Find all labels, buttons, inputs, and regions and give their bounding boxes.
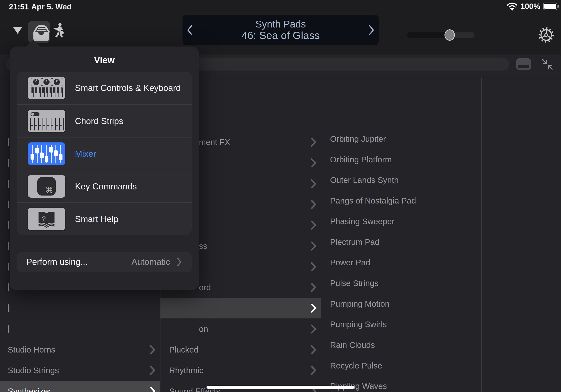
slider-thumb[interactable] — [444, 29, 455, 41]
category-label-fragment: ss — [199, 241, 207, 251]
next-patch-chevron[interactable] — [368, 24, 375, 36]
instrument-list-item[interactable]: Synthesizer — [0, 381, 160, 392]
sound-label: Orbiting Jupiter — [330, 134, 386, 144]
smart-controls-keyboard-icon — [28, 76, 65, 99]
category-label: Rhythmic — [169, 366, 204, 375]
sound-list-item[interactable]: Outer Lands Synth — [321, 170, 481, 190]
chevron-right-icon — [311, 345, 316, 354]
category-list-item[interactable] — [161, 298, 321, 318]
popover-title: View — [10, 55, 199, 65]
patch-name: 46: Sea of Glass — [241, 30, 320, 41]
view-menu-item-label: Chord Strips — [75, 116, 123, 126]
instrument-label: Synthesizer — [8, 387, 51, 392]
sound-label: Recycle Pulse — [330, 361, 382, 370]
sound-list-item[interactable]: Orbiting Platform — [321, 149, 481, 170]
chevron-right-icon — [311, 200, 316, 209]
chevron-right-icon — [311, 262, 316, 271]
chevron-right-icon — [311, 179, 316, 188]
sound-label: Pumping Motion — [330, 299, 389, 309]
file-tray-icon — [28, 22, 50, 42]
keyboard-dock-button[interactable] — [516, 58, 531, 70]
popover-arrow — [26, 40, 41, 47]
chevron-right-icon — [311, 242, 316, 250]
collapse-browser-button[interactable] — [540, 57, 554, 71]
chevron-right-icon — [150, 345, 155, 354]
sound-list-item[interactable]: Recycle Pulse — [321, 355, 481, 376]
view-menu-item-smart-help[interactable]: ? Smart Help — [17, 202, 192, 235]
view-menu-button[interactable] — [13, 27, 22, 34]
sound-list-item[interactable]: Phasing Sweeper — [321, 211, 481, 232]
view-menu-item-label: Smart Help — [75, 214, 119, 224]
sound-list-item[interactable]: Pangs of Nostalgia Pad — [321, 190, 481, 211]
battery-percent: 100% — [521, 2, 540, 11]
view-menu-item-smart-controls-keyboard[interactable]: Smart Controls & Keyboard — [17, 72, 192, 104]
gear-icon — [538, 27, 554, 43]
occluded-list-item-fragment — [8, 283, 9, 291]
volume-slider[interactable] — [407, 32, 475, 38]
sound-list-item[interactable]: Plectrum Pad — [321, 232, 481, 252]
chevron-right-icon — [150, 366, 155, 375]
occluded-list-item-fragment — [8, 138, 9, 146]
category-label-fragment: ord — [199, 283, 211, 292]
patch-navigator: Synth Pads 46: Sea of Glass — [183, 15, 379, 45]
sound-label: Plectrum Pad — [330, 237, 379, 247]
category-label-fragment: on — [199, 324, 208, 334]
view-menu-item-label: Smart Controls & Keyboard — [75, 83, 181, 93]
chevron-right-icon — [311, 325, 316, 334]
chevron-right-icon — [311, 221, 316, 230]
guitarist-view-button[interactable] — [52, 22, 66, 38]
date: Apr 5. Wed — [31, 2, 72, 11]
perform-using-row[interactable]: Perform using... Automatic — [17, 252, 192, 272]
instrument-list-item[interactable]: Studio Strings — [0, 360, 160, 381]
category-list-item[interactable]: on — [161, 319, 321, 339]
view-menu-item-label: Key Commands — [75, 182, 137, 192]
category-list-item[interactable]: Plucked — [161, 339, 321, 360]
occluded-list-item-fragment — [8, 159, 9, 167]
garageband-screen: 21:51 Apr 5. Wed 100% — [0, 0, 561, 392]
sound-list-item[interactable]: Pumping Motion — [321, 294, 481, 314]
chevron-right-icon — [311, 283, 316, 292]
instrument-label: Studio Horns — [8, 345, 55, 354]
key-commands-icon: ⌘ — [28, 175, 65, 198]
sound-list-item[interactable]: Pulse Strings — [321, 273, 481, 294]
sound-label: Rain Clouds — [330, 340, 375, 350]
view-menu-item-mixer[interactable]: Mixer — [17, 137, 192, 170]
occluded-list-item-fragment — [8, 242, 9, 250]
sound-list-item[interactable]: Rain Clouds — [321, 335, 481, 355]
occluded-list-item-fragment — [8, 304, 9, 312]
sound-list-item[interactable]: Pumping Swirls — [321, 314, 481, 335]
patch-title[interactable]: Synth Pads 46: Sea of Glass — [241, 19, 320, 41]
status-bar: 21:51 Apr 5. Wed 100% — [0, 0, 561, 13]
chord-strips-icon — [28, 110, 65, 132]
collapse-icon — [540, 57, 554, 71]
sound-label: Pumping Swirls — [330, 320, 387, 329]
svg-text:?: ? — [42, 215, 46, 223]
chevron-right-icon — [311, 158, 316, 167]
chevron-right-icon — [311, 138, 316, 147]
sound-label: Orbiting Platform — [330, 155, 392, 164]
view-menu-item-key-commands[interactable]: ⌘ Key Commands — [17, 170, 192, 203]
category-list-item[interactable]: Rhythmic — [161, 360, 321, 381]
chevron-right-icon — [311, 366, 316, 375]
settings-button[interactable] — [538, 27, 554, 43]
sound-list-item[interactable]: Power Pad — [321, 252, 481, 273]
patch-category: Synth Pads — [255, 19, 306, 29]
sound-label: Phasing Sweeper — [330, 217, 394, 226]
instrument-list-item[interactable]: Studio Horns — [0, 339, 160, 360]
clock: 21:51 — [9, 2, 29, 11]
divider — [481, 78, 482, 392]
mixer-icon — [28, 142, 65, 165]
battery-icon — [543, 3, 557, 10]
wifi-icon — [507, 2, 518, 11]
sound-list-item[interactable]: Orbiting Jupiter — [321, 129, 481, 149]
keyboard-dock-icon — [518, 65, 529, 68]
occluded-list-item-fragment — [8, 221, 9, 229]
sound-list-item[interactable]: Rippling Waves — [321, 376, 481, 392]
view-menu-item-label: Mixer — [75, 149, 96, 159]
view-menu-item-chord-strips[interactable]: Chord Strips — [17, 104, 192, 138]
previous-patch-chevron[interactable] — [187, 24, 193, 36]
sound-label: Power Pad — [330, 258, 370, 267]
home-indicator[interactable] — [206, 386, 355, 389]
guitarist-icon — [52, 22, 66, 38]
slider-fill — [407, 32, 447, 38]
